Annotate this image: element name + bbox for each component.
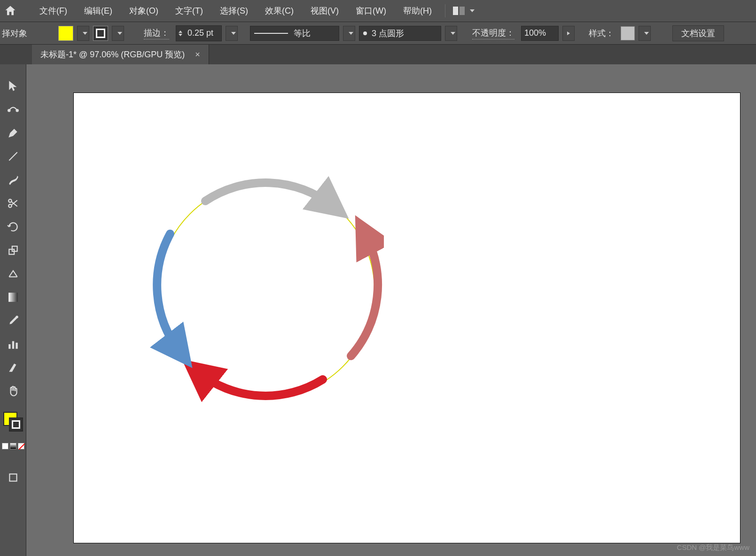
menu-effect[interactable]: 效果(C) (257, 5, 302, 16)
brush-dot-icon (363, 31, 367, 35)
stroke-profile-select[interactable]: 等比 (250, 26, 339, 41)
stroke-profile-label: 等比 (294, 28, 311, 39)
scissors-tool[interactable] (6, 196, 21, 211)
svg-point-11 (16, 316, 18, 318)
pen-tool[interactable] (6, 125, 21, 140)
document-setup-button[interactable]: 文档设置 (672, 25, 724, 41)
opacity-input[interactable] (521, 26, 559, 41)
stroke-profile-icon (254, 33, 288, 34)
workspace (0, 64, 756, 556)
circular-arrow-diagram (149, 173, 384, 408)
svg-rect-13 (12, 341, 14, 349)
color-mode-solid[interactable] (2, 443, 8, 449)
fill-stroke-indicator[interactable] (3, 412, 23, 432)
menu-view[interactable]: 视图(V) (302, 5, 347, 16)
brush-select[interactable]: 3 点圆形 (359, 26, 441, 41)
menu-select[interactable]: 选择(S) (211, 5, 257, 16)
menu-edit[interactable]: 编辑(E) (76, 5, 121, 16)
column-graph-tool[interactable] (6, 337, 21, 352)
fill-dropdown[interactable] (77, 26, 89, 41)
brush-tool[interactable] (6, 172, 21, 187)
style-swatch[interactable] (621, 26, 635, 40)
svg-rect-14 (16, 343, 17, 349)
stroke-label[interactable]: 描边： (144, 27, 169, 39)
artboard[interactable] (73, 93, 740, 543)
svg-point-0 (8, 109, 10, 111)
home-icon[interactable] (4, 4, 17, 17)
gradient-tool[interactable] (6, 290, 21, 305)
svg-rect-10 (8, 293, 18, 302)
menu-separator (445, 4, 445, 17)
arrow-left (157, 234, 179, 351)
selection-tool[interactable] (6, 78, 21, 93)
fill-swatch[interactable] (58, 26, 73, 41)
brush-label: 3 点圆形 (372, 28, 404, 39)
line-tool[interactable] (6, 149, 21, 164)
svg-point-4 (8, 204, 12, 208)
menu-help[interactable]: 帮助(H) (395, 5, 440, 16)
document-tab[interactable]: 未标题-1* @ 97.06% (RGB/GPU 预览) × (32, 45, 209, 64)
stroke-weight-dropdown[interactable] (226, 26, 238, 41)
menu-window[interactable]: 窗口(W) (347, 5, 395, 16)
svg-line-2 (9, 152, 17, 160)
svg-rect-15 (9, 474, 16, 481)
color-mode-gradient[interactable] (10, 443, 16, 449)
color-mode-none[interactable] (18, 443, 24, 449)
menu-bar: 文件(F) 编辑(E) 对象(O) 文字(T) 选择(S) 效果(C) 视图(V… (0, 0, 756, 22)
tab-title: 未标题-1* @ 97.06% (RGB/GPU 预览) (40, 49, 185, 60)
stroke-swatch[interactable] (93, 26, 108, 41)
stroke-indicator[interactable] (9, 417, 23, 432)
free-transform-tool[interactable] (6, 266, 21, 281)
stroke-weight-spinner[interactable] (176, 25, 222, 41)
arrow-top (205, 183, 332, 206)
svg-point-1 (16, 109, 18, 111)
hand-tool[interactable] (6, 384, 21, 399)
close-icon[interactable]: × (195, 50, 200, 60)
ring-path (158, 182, 374, 398)
svg-rect-12 (8, 344, 10, 349)
opacity-label[interactable]: 不透明度： (472, 27, 514, 39)
toolbox (0, 64, 26, 556)
stroke-dropdown[interactable] (112, 26, 124, 41)
eyedropper-tool[interactable] (6, 313, 21, 328)
menu-object[interactable]: 对象(O) (121, 5, 167, 16)
selection-status-label: 择对象 (2, 28, 27, 39)
style-dropdown[interactable] (639, 26, 651, 41)
arrow-right (351, 234, 378, 356)
menu-file[interactable]: 文件(F) (31, 5, 76, 16)
watermark-text: CSDN @我是菜鸟www (677, 543, 749, 552)
control-bar: 择对象 描边： 等比 3 点圆形 不透明度： 样式： 文档设置 (0, 22, 756, 45)
color-mode-row (2, 443, 24, 449)
chevron-down-icon (470, 9, 475, 12)
stroke-profile-dropdown[interactable] (343, 26, 355, 41)
stroke-weight-input[interactable] (185, 26, 221, 41)
workspace-layout-toggle[interactable] (453, 7, 475, 15)
slice-tool[interactable] (6, 360, 21, 375)
arrow-bottom (198, 372, 323, 396)
menu-type[interactable]: 文字(T) (167, 5, 211, 16)
style-label: 样式： (589, 28, 614, 39)
canvas-area[interactable] (26, 64, 756, 556)
direct-selection-tool[interactable] (6, 102, 21, 117)
brush-dropdown[interactable] (445, 26, 457, 41)
document-tab-bar: 未标题-1* @ 97.06% (RGB/GPU 预览) × (0, 45, 756, 64)
opacity-dropdown[interactable] (562, 26, 575, 41)
draw-mode-normal[interactable] (6, 470, 21, 485)
svg-point-3 (8, 199, 12, 202)
scale-tool[interactable] (6, 243, 21, 258)
rotate-tool[interactable] (6, 219, 21, 234)
